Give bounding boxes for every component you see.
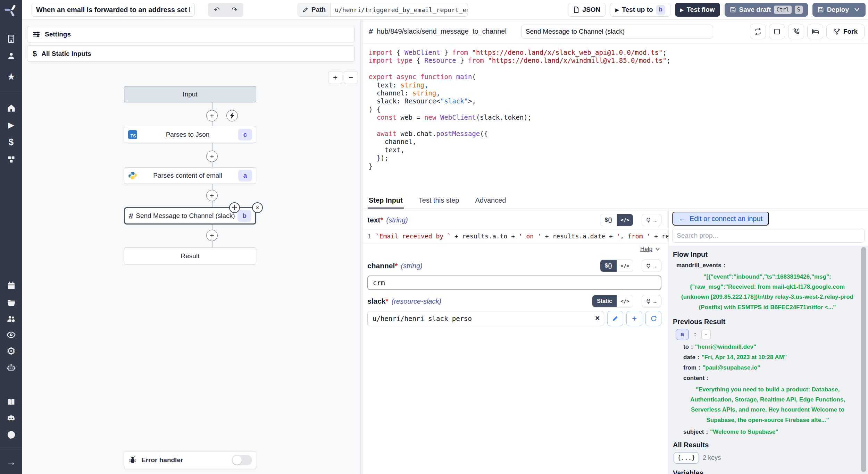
connect-input-button[interactable]: →	[642, 295, 661, 307]
fork-button[interactable]: Fork	[826, 24, 865, 39]
save-draft-button[interactable]: Save draft Ctrl S	[725, 3, 808, 17]
slack-resource-row: × +	[367, 311, 661, 326]
add-step-button[interactable]: +	[206, 110, 218, 121]
error-handler-bar[interactable]: Error handler	[124, 451, 256, 469]
sync-script-button[interactable]	[750, 24, 766, 39]
path-field[interactable]: Path u/henri/triggered_by_email_report_e…	[298, 3, 468, 17]
calendar-icon[interactable]	[0, 280, 22, 291]
all-results-expand-chip[interactable]: {...}	[674, 452, 699, 464]
flow-node-parses-content[interactable]: Parses content of email a	[124, 167, 256, 184]
expand-editor-button[interactable]	[769, 24, 785, 39]
slack-input-mode-toggle: Static </>	[592, 295, 633, 307]
add-resource-button[interactable]: +	[626, 311, 642, 326]
code-line	[369, 122, 868, 130]
github-icon[interactable]	[0, 429, 22, 441]
code-editor[interactable]: import { WebClient } from "https://deno.…	[363, 43, 868, 192]
add-step-button[interactable]: +	[206, 230, 218, 241]
building-icon[interactable]	[0, 33, 22, 44]
help-link[interactable]: Help	[640, 246, 652, 253]
flow-input-value[interactable]: "[{"event":"inbound","ts":1683819426,"ms…	[678, 272, 857, 312]
star-icon[interactable]: ★	[0, 71, 22, 83]
chevron-down-icon[interactable]	[853, 7, 860, 12]
gear-icon[interactable]: ⚙	[0, 345, 22, 357]
flow-input-title: Flow Input	[673, 251, 858, 259]
trigger-bolt-button[interactable]	[226, 110, 238, 121]
undo-button[interactable]: ↶	[208, 3, 226, 17]
refresh-resource-button[interactable]	[645, 311, 661, 326]
windmill-flow-editor: ★ ▶ $	[0, 0, 868, 474]
flow-node-result[interactable]: Result	[124, 247, 256, 264]
zoom-out-button[interactable]: −	[344, 71, 358, 84]
prop-scrollbar-thumb[interactable]	[861, 247, 866, 472]
add-step-button[interactable]: +	[206, 190, 218, 201]
flow-input-key-row[interactable]: mandrill_events:	[676, 262, 858, 269]
redo-button[interactable]: ↷	[226, 3, 243, 17]
error-handler-toggle[interactable]	[232, 455, 252, 465]
deploy-button[interactable]: Deploy	[812, 3, 866, 17]
result-step-badge[interactable]: a	[676, 329, 689, 340]
test-up-to-button[interactable]: ▶ Test up to b	[610, 3, 670, 17]
text-expr-code: `Email received by ` + results.a.to + ' …	[376, 232, 668, 240]
panel-resize-handle[interactable]	[360, 20, 363, 474]
plug-icon	[646, 217, 652, 223]
connect-input-button[interactable]: →	[642, 260, 661, 272]
step-tabs: Step Input Test this step Advanced	[363, 192, 868, 209]
tab-advanced[interactable]: Advanced	[475, 192, 506, 209]
template-mode-button[interactable]: ${}	[600, 260, 617, 272]
book-icon[interactable]	[0, 396, 22, 408]
result-row-content[interactable]: content: "Everything you need to build a…	[683, 375, 858, 425]
add-step-button[interactable]: +	[206, 151, 218, 162]
windmill-logo-icon[interactable]	[0, 3, 22, 17]
previous-result-badge-row: a : -	[676, 329, 858, 340]
static-mode-button[interactable]: Static	[592, 295, 617, 307]
search-prop-input[interactable]	[672, 229, 865, 243]
slack-resource-input[interactable]	[367, 311, 604, 326]
delete-step-button[interactable]: ×	[252, 202, 263, 213]
person-icon[interactable]	[0, 50, 22, 62]
flow-name-input[interactable]	[32, 3, 195, 17]
eye-icon[interactable]	[0, 329, 22, 341]
result-row-date[interactable]: date:"Fri, Apr 14, 2023 at 10:28 AM"	[683, 354, 858, 361]
tab-step-input[interactable]: Step Input	[369, 192, 403, 209]
flow-node-input[interactable]: Input	[124, 86, 256, 102]
home-icon[interactable]	[0, 102, 22, 114]
flow-node-send-message-selected[interactable]: # Send Message to Channel (slack) b ×	[124, 207, 256, 225]
result-row-to[interactable]: to:"henri@windmill.dev"	[683, 344, 858, 350]
test-flow-button[interactable]: ▶ Test flow	[675, 3, 720, 17]
code-mode-button[interactable]: </>	[617, 295, 633, 307]
step-name-input[interactable]	[521, 25, 713, 39]
pencil-icon	[612, 315, 619, 322]
code-mode-button[interactable]: </>	[617, 260, 633, 272]
zoom-in-button[interactable]: +	[328, 71, 342, 84]
chevron-down-icon[interactable]	[655, 247, 660, 251]
settings-bar[interactable]: Settings	[27, 26, 354, 42]
play-icon[interactable]: ▶	[0, 119, 22, 130]
json-button[interactable]: JSON	[568, 3, 606, 17]
robot-icon[interactable]	[0, 362, 22, 373]
edit-resource-button[interactable]	[607, 311, 623, 326]
all-static-inputs-bar[interactable]: $ All Static Inputs	[27, 45, 354, 62]
path-value: u/henri/triggered_by_email_report_email	[331, 3, 468, 16]
edit-or-connect-button[interactable]: ← Edit or connect an input	[672, 212, 769, 226]
collapse-button[interactable]: -	[701, 330, 711, 339]
move-step-handle[interactable]	[229, 202, 240, 213]
tab-test-this-step[interactable]: Test this step	[419, 192, 459, 209]
connect-input-button[interactable]: →	[642, 214, 661, 226]
template-mode-button[interactable]: ${}	[600, 214, 617, 226]
folder-icon[interactable]	[0, 296, 22, 308]
result-row-subject[interactable]: subject:"Welcome to Supabase"	[683, 429, 858, 435]
channel-value-input[interactable]	[367, 276, 661, 290]
dollar-icon[interactable]: $	[0, 136, 22, 147]
user-group-gear-icon[interactable]	[0, 313, 22, 325]
webhook-call-button[interactable]	[788, 24, 804, 39]
diff-panel-button[interactable]	[807, 24, 823, 39]
flow-node-parses-to-json[interactable]: TS Parses to Json c	[124, 126, 256, 143]
discord-icon[interactable]	[0, 413, 22, 424]
clear-resource-icon[interactable]: ×	[595, 314, 600, 323]
code-mode-button[interactable]: </>	[617, 214, 633, 226]
boxes-icon[interactable]	[0, 153, 22, 165]
text-expression-editor[interactable]: 1 `Email received by ` + results.a.to + …	[363, 229, 668, 243]
result-row-from[interactable]: from:"paul@supabase.io"	[683, 364, 858, 371]
collapse-sidebar-arrow-icon[interactable]: →	[0, 455, 22, 469]
all-static-inputs-label: All Static Inputs	[41, 50, 91, 58]
